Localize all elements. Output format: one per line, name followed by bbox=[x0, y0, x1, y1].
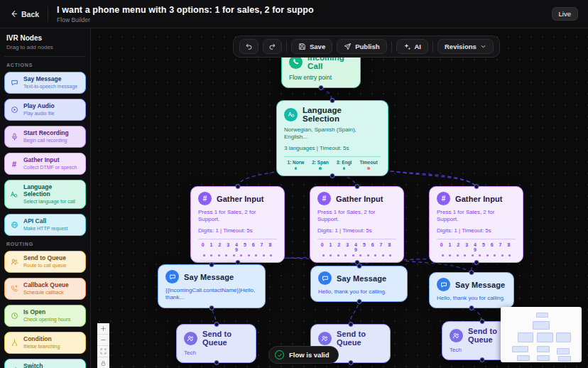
palette-item-desc: Select language for call bbox=[23, 199, 80, 205]
zoom-out-button[interactable] bbox=[97, 335, 109, 346]
hash-icon: # bbox=[437, 192, 450, 205]
node-subtitle: Flow entry point bbox=[289, 74, 353, 82]
publish-button[interactable]: Publish bbox=[337, 39, 386, 54]
palette-item-desc: Play audio file bbox=[23, 111, 55, 117]
node-say-message-3[interactable]: Say Message Hello, thank you for calling… bbox=[429, 272, 514, 308]
plus-icon bbox=[100, 325, 107, 332]
node-title: Send to Queue bbox=[337, 330, 383, 347]
fit-view-icon bbox=[100, 348, 107, 355]
palette-item-desc: Begin call recording bbox=[23, 138, 69, 144]
section-label-actions: ACTIONS bbox=[6, 63, 84, 67]
minimap-node bbox=[558, 356, 571, 362]
node-title: Say Message bbox=[337, 274, 386, 283]
back-button[interactable]: Back bbox=[10, 10, 39, 18]
language-outputs: 1: Norw 2: Span 3: Engl Timeout bbox=[284, 160, 381, 170]
palette-item-desc: Collect DTMF or speech bbox=[23, 165, 77, 171]
node-gather-input-1[interactable]: #Gather Input Press 1 for Sales, 2 for S… bbox=[190, 186, 285, 263]
users-icon bbox=[318, 332, 332, 345]
send-icon bbox=[344, 43, 352, 50]
node-send-to-queue-1[interactable]: Send to Queue Tech bbox=[176, 324, 256, 363]
lock-icon bbox=[100, 360, 107, 367]
page-title: I want a phone menu with 3 options: 1 fo… bbox=[57, 5, 314, 15]
chat-icon bbox=[10, 79, 18, 87]
palette-item-send-to-queue[interactable]: Send to QueueRoute to call queue bbox=[4, 251, 86, 273]
node-say-message-1[interactable]: Say Message {{incomingCall.contactName}}… bbox=[158, 264, 266, 308]
palette-item-say-message[interactable]: Say MessageText-to-speech message bbox=[4, 72, 86, 94]
palette-item-is-open[interactable]: Is OpenCheck opening hours bbox=[4, 305, 86, 327]
node-title: Say Message bbox=[455, 281, 505, 289]
palette-item-play-audio[interactable]: Play AudioPlay audio file bbox=[4, 99, 86, 121]
canvas-toolbar: Save Publish AI Revisions bbox=[233, 36, 500, 58]
hash-icon: # bbox=[198, 192, 212, 205]
palette-item-gather-input[interactable]: # Gather InputCollect DTMF or speech bbox=[4, 153, 86, 175]
fit-view-button[interactable] bbox=[97, 346, 109, 357]
undo-button[interactable] bbox=[239, 39, 258, 54]
minimap-node bbox=[537, 332, 553, 342]
palette-item-desc: Make HTTP request bbox=[23, 226, 68, 232]
palette-item-title: Send to Queue bbox=[23, 255, 66, 262]
output-handle-norwegian[interactable]: 1: Norw bbox=[287, 160, 304, 170]
node-meta: Digits: 1 | Timeout: 5s bbox=[198, 227, 277, 234]
toast-message: Flow is valid bbox=[289, 351, 330, 359]
node-meta: Digits: 1 | Timeout: 5s bbox=[317, 227, 396, 234]
save-button[interactable]: Save bbox=[291, 39, 332, 54]
node-message: Hello, thank you for calling. bbox=[437, 295, 506, 302]
digit-output-handles[interactable] bbox=[437, 254, 516, 256]
node-say-message-2[interactable]: Say Message Hello, thank you for calling… bbox=[310, 266, 408, 302]
palette-item-desc: If/else branching bbox=[23, 344, 60, 350]
digit-output-handles[interactable] bbox=[317, 254, 396, 256]
node-title: Say Message bbox=[184, 273, 234, 281]
node-title: Gather Input bbox=[455, 195, 503, 203]
palette-item-title: Callback Queue bbox=[23, 282, 69, 289]
digit-output-handles[interactable] bbox=[198, 254, 277, 256]
sparkles-icon bbox=[403, 43, 411, 50]
clock-icon bbox=[10, 312, 18, 320]
palette-item-api-call[interactable]: API CallMake HTTP request bbox=[4, 214, 86, 236]
minimap-node bbox=[533, 321, 550, 330]
palette-item-start-recording[interactable]: Start RecordingBegin call recording bbox=[4, 126, 86, 148]
digit-outputs-labels: 0 1 2 3 4 5 6 7 8 9 bbox=[198, 242, 277, 252]
palette-item-switch[interactable]: SwitchRoute by variable value bbox=[4, 359, 86, 368]
palette-item-title: Is Open bbox=[23, 309, 70, 316]
node-title: Language Selection bbox=[303, 106, 381, 123]
node-prompt: Press 1 for Sales, 2 for Support. bbox=[437, 209, 516, 224]
palette-item-callback-queue[interactable]: Callback QueueSchedule callback bbox=[4, 278, 86, 300]
page-subtitle: Flow Builder bbox=[57, 16, 314, 23]
palette-item-title: Start Recording bbox=[23, 130, 69, 137]
output-handle-timeout[interactable]: Timeout bbox=[359, 160, 377, 170]
node-gather-input-3[interactable]: #Gather Input Press 1 for Sales, 2 for S… bbox=[429, 186, 523, 263]
phone-callback-icon bbox=[10, 285, 18, 293]
top-bar: Back I want a phone menu with 3 options:… bbox=[0, 0, 588, 28]
live-badge: Live bbox=[552, 7, 578, 21]
palette-item-title: API Call bbox=[23, 218, 68, 225]
minimap[interactable] bbox=[501, 307, 582, 362]
translate-icon bbox=[10, 190, 18, 198]
redo-icon bbox=[268, 43, 276, 50]
toolbar-separator bbox=[432, 41, 433, 53]
sidebar-title: IVR Nodes bbox=[6, 34, 84, 42]
node-gather-input-2[interactable]: #Gather Input Press 1 for Sales, 2 for S… bbox=[310, 186, 404, 263]
flow-builder-app: Back I want a phone menu with 3 options:… bbox=[0, 0, 588, 368]
revisions-button[interactable]: Revisions bbox=[437, 39, 494, 54]
lock-button[interactable] bbox=[97, 357, 109, 368]
node-prompt: Press 1 for Sales, 2 for Support. bbox=[198, 209, 277, 224]
zoom-in-button[interactable] bbox=[97, 323, 109, 335]
palette-item-condition[interactable]: ConditionIf/else branching bbox=[4, 332, 86, 354]
digit-outputs-labels: 0 1 2 3 4 5 6 7 8 9 bbox=[317, 242, 396, 252]
undo-icon bbox=[245, 43, 253, 50]
minimap-node bbox=[557, 348, 570, 355]
node-meta: Digits: 1 | Timeout: 5s bbox=[437, 227, 516, 234]
node-divider bbox=[284, 156, 381, 157]
node-language-selection[interactable]: Language Selection Norwegian, Spanish (S… bbox=[276, 100, 388, 176]
node-language-meta: 3 languages | Timeout: 5s bbox=[284, 145, 381, 152]
flow-canvas[interactable]: Incoming Call Flow entry point Language … bbox=[91, 28, 588, 368]
chat-icon bbox=[165, 270, 179, 283]
section-label-routing: ROUTING bbox=[6, 242, 84, 247]
toast-flow-valid: Flow is valid bbox=[268, 346, 339, 364]
ai-button[interactable]: AI bbox=[396, 39, 429, 54]
redo-button[interactable] bbox=[263, 39, 282, 54]
palette-item-language-selection[interactable]: Language SelectionSelect language for ca… bbox=[4, 180, 86, 209]
output-handle-spanish[interactable]: 2: Span bbox=[312, 160, 328, 170]
node-title: Gather Input bbox=[217, 195, 264, 203]
output-handle-english[interactable]: 3: Engl bbox=[337, 160, 352, 170]
